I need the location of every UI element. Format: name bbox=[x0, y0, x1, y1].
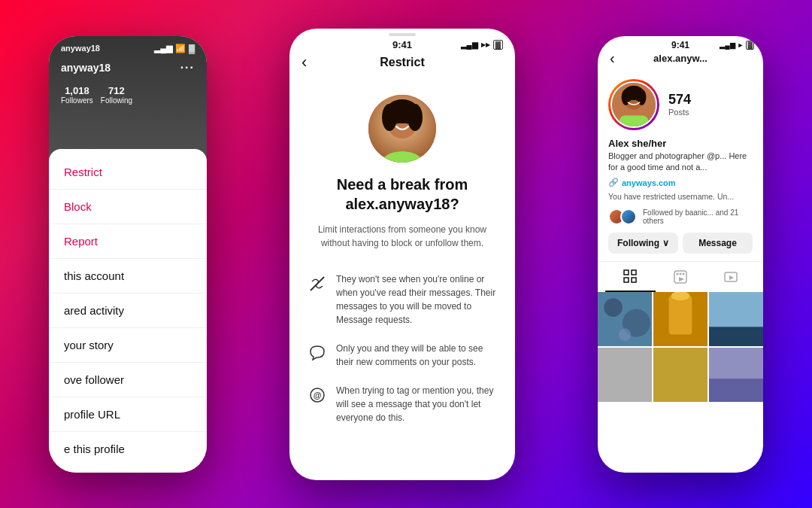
phone-left-status-icons: ▂▄▆ 📶 ▓ bbox=[154, 44, 195, 53]
grid-item-1[interactable] bbox=[598, 292, 652, 346]
profile-grid bbox=[598, 292, 763, 402]
feature-1: They won't see when you're online or whe… bbox=[289, 265, 515, 334]
phone-left-stats: 1,018 Followers 712 Following bbox=[49, 82, 207, 114]
menu-item-block[interactable]: Block bbox=[49, 190, 207, 224]
tab-reels[interactable] bbox=[656, 262, 706, 292]
svg-rect-18 bbox=[620, 115, 649, 126]
svg-rect-40 bbox=[653, 348, 707, 402]
menu-item-profile-url[interactable]: profile URL bbox=[49, 397, 207, 432]
phone-center: 9:41 ▂▄▆ ▸▸ ▓ ‹ Restrict bbox=[289, 29, 515, 480]
feature-3: @ When trying to tag or mention you, the… bbox=[289, 376, 515, 432]
profile-stats: 574 Posts bbox=[668, 92, 753, 117]
grid-item-3[interactable] bbox=[709, 292, 763, 346]
profile-name: Alex she/her bbox=[598, 138, 763, 151]
battery-icon: ▓ bbox=[189, 44, 195, 53]
signal-icon: ▂▄▆ bbox=[154, 44, 172, 53]
message-label: Message bbox=[698, 238, 737, 248]
restrict-avatar-container bbox=[289, 80, 515, 175]
message-button[interactable]: Message bbox=[683, 233, 753, 254]
menu-item-restrict[interactable]: Restrict bbox=[49, 155, 207, 190]
svg-point-25 bbox=[680, 273, 682, 275]
feature-3-icon: @ bbox=[308, 385, 327, 405]
svg-rect-38 bbox=[709, 327, 763, 347]
phone-left: anyway18 ▂▄▆ 📶 ▓ anyway18 ··· 1,018 Foll… bbox=[49, 36, 207, 473]
svg-point-33 bbox=[619, 329, 631, 341]
phone-right-nav: ‹ alex.anyw... bbox=[598, 48, 763, 73]
svg-rect-23 bbox=[674, 271, 686, 283]
svg-rect-39 bbox=[598, 348, 652, 402]
profile-bio: Blogger and photographer @p... Here for … bbox=[598, 151, 763, 177]
svg-marker-27 bbox=[679, 277, 684, 281]
feature-1-text: They won't see when you're online or whe… bbox=[336, 272, 497, 327]
feature-2: Only you and they will be able to see th… bbox=[289, 334, 515, 376]
followed-avatars bbox=[608, 208, 632, 225]
svg-text:@: @ bbox=[314, 391, 322, 400]
svg-rect-20 bbox=[632, 270, 636, 275]
following-label: Following bbox=[617, 238, 659, 248]
restrict-title: Need a break from alex.anyway18? bbox=[289, 175, 515, 223]
grid-item-4[interactable] bbox=[598, 348, 652, 402]
grid-item-2[interactable] bbox=[653, 292, 707, 346]
svg-marker-29 bbox=[729, 275, 734, 280]
profile-avatar-image bbox=[611, 81, 657, 128]
signal-icon: ▂▄▆ bbox=[461, 41, 478, 49]
svg-rect-19 bbox=[624, 270, 629, 275]
phone-center-status-bar: 9:41 ▂▄▆ ▸▸ ▓ bbox=[289, 36, 515, 50]
phone-left-username: anyway18 bbox=[61, 62, 111, 74]
svg-rect-21 bbox=[624, 278, 629, 282]
tab-tv[interactable] bbox=[705, 262, 756, 292]
feature-2-text: Only you and they will be able to see th… bbox=[336, 342, 497, 369]
profile-restricted-note: You have restricted username. Un... bbox=[598, 190, 763, 205]
svg-rect-22 bbox=[632, 278, 636, 282]
svg-rect-42 bbox=[709, 379, 763, 402]
menu-item-your-story[interactable]: your story bbox=[49, 328, 207, 363]
stat-followers: 1,018 Followers bbox=[61, 85, 93, 105]
phone-right: 9:41 ▂▄▆ ► ▓ ‹ alex.anyw... bbox=[598, 36, 763, 473]
profile-posts-count: 574 bbox=[668, 92, 753, 108]
phone-right-status-bar: 9:41 ▂▄▆ ► ▓ bbox=[598, 36, 763, 48]
phone-left-carrier: anyway18 bbox=[61, 44, 100, 53]
menu-item-share-profile[interactable]: e this profile bbox=[49, 432, 207, 466]
svg-point-17 bbox=[636, 98, 638, 100]
grid-item-6[interactable] bbox=[709, 348, 763, 402]
menu-item-report[interactable]: Report bbox=[49, 224, 207, 259]
link-icon: 🔗 bbox=[608, 178, 619, 187]
svg-rect-35 bbox=[669, 296, 692, 334]
right-back-button[interactable]: ‹ bbox=[610, 50, 615, 67]
phone-left-menu: Restrict Block Report this account ared … bbox=[49, 149, 207, 473]
followed-by-text: Followed by baanic... and 21 others bbox=[643, 208, 753, 225]
svg-point-6 bbox=[395, 120, 399, 123]
restrict-subtitle: Limit interactions from someone you know… bbox=[289, 223, 515, 265]
follower-avatar-2 bbox=[620, 208, 637, 225]
stat-following: 712 Following bbox=[101, 85, 132, 105]
feature-3-text: When trying to tag or mention you, they … bbox=[336, 384, 497, 424]
profile-followed-by: Followed by baanic... and 21 others bbox=[598, 205, 763, 233]
svg-point-4 bbox=[382, 104, 397, 131]
grid-item-5[interactable] bbox=[653, 348, 707, 402]
phone-right-username: alex.anyw... bbox=[653, 53, 707, 64]
menu-item-shared-activity[interactable]: ared activity bbox=[49, 294, 207, 328]
profile-header: 574 Posts bbox=[598, 73, 763, 138]
profile-posts-label: Posts bbox=[668, 108, 753, 117]
chevron-down-icon: ∨ bbox=[662, 238, 669, 248]
profile-action-buttons: Following ∨ Message bbox=[598, 233, 763, 261]
restrict-avatar-image bbox=[368, 95, 436, 163]
wifi-icon: 📶 bbox=[175, 44, 186, 53]
tab-grid[interactable] bbox=[605, 262, 656, 292]
phone-left-header: anyway18 ··· bbox=[49, 56, 207, 82]
menu-item-remove-follower[interactable]: ove follower bbox=[49, 363, 207, 397]
phone-center-nav: ‹ Restrict bbox=[289, 50, 515, 80]
menu-item-this-account[interactable]: this account bbox=[49, 259, 207, 294]
svg-point-5 bbox=[408, 104, 423, 131]
wifi-icon: ▸▸ bbox=[481, 40, 490, 50]
feature-1-icon bbox=[308, 274, 327, 294]
following-button[interactable]: Following ∨ bbox=[608, 233, 678, 254]
profile-link-text: anyways.com bbox=[622, 178, 676, 187]
profile-link[interactable]: 🔗 anyways.com bbox=[598, 176, 763, 190]
profile-tabs bbox=[598, 261, 763, 292]
dots-menu-icon[interactable]: ··· bbox=[180, 61, 195, 75]
svg-point-24 bbox=[677, 273, 679, 275]
feature-2-icon bbox=[308, 343, 327, 363]
svg-point-16 bbox=[629, 98, 631, 100]
back-button[interactable]: ‹ bbox=[301, 53, 307, 72]
